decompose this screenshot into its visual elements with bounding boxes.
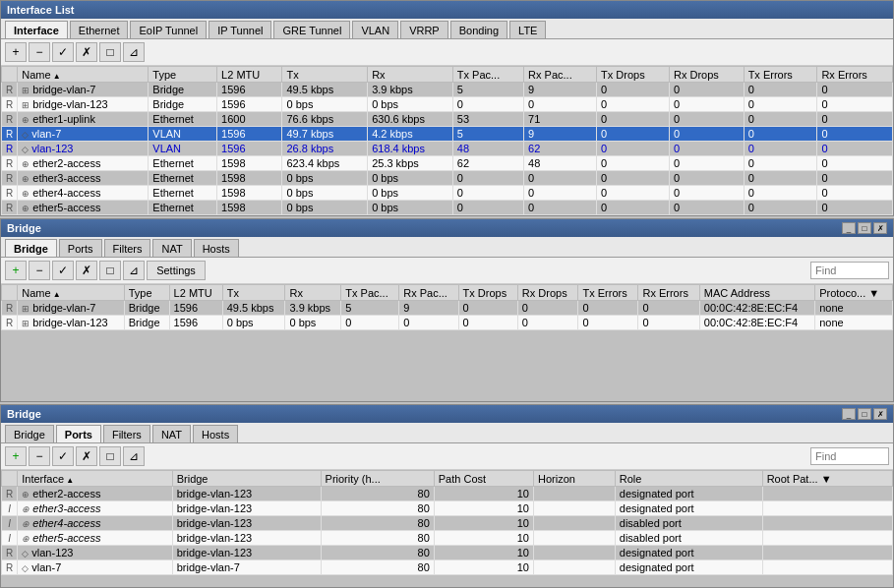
b1-col-rxdrops[interactable]: Rx Drops [517, 285, 578, 301]
table-row[interactable]: R ⊞ bridge-vlan-7 Bridge 1596 49.5 kbps … [2, 83, 893, 97]
table-row[interactable]: R ◇ vlan-123 bridge-vlan-123 80 10 desig… [2, 546, 893, 560]
bridge2-find-input[interactable] [810, 447, 889, 465]
bridge2-tab-filters[interactable]: Filters [103, 425, 150, 442]
row-rxpac: 71 [524, 112, 597, 127]
table-row[interactable]: I ⊕ ether5-access bridge-vlan-123 80 10 … [2, 531, 893, 546]
table-row[interactable]: R ⊞ bridge-vlan-123 Bridge 1596 0 bps 0 … [2, 316, 893, 330]
table-row[interactable]: R ⊞ bridge-vlan-123 Bridge 1596 0 bps 0 … [2, 97, 893, 112]
col-tx[interactable]: Tx [282, 67, 368, 83]
row-bridge: bridge-vlan-123 [172, 501, 321, 516]
table-row[interactable]: R ⊕ ether1-uplink Ethernet 1600 76.6 kbp… [2, 112, 893, 127]
b2-col-rootpat[interactable]: Root Pat... ▼ [762, 471, 892, 487]
col-type[interactable]: Type [149, 67, 217, 83]
table-row[interactable]: R ⊕ ether2-access Ethernet 1598 623.4 kb… [2, 156, 893, 171]
tab-gre-tunnel[interactable]: GRE Tunnel [273, 21, 350, 38]
disable-button[interactable]: ✗ [76, 42, 97, 62]
bridge1-tab-nat[interactable]: NAT [152, 239, 191, 257]
b1-col-mac[interactable]: MAC Address [699, 285, 814, 301]
filter-button[interactable]: ⊿ [123, 42, 145, 62]
b1-col-name[interactable]: Name [18, 285, 125, 301]
tab-ip-tunnel[interactable]: IP Tunnel [209, 21, 271, 38]
enable-button[interactable]: ✓ [52, 42, 74, 62]
bridge1-tab-ports[interactable]: Ports [59, 239, 102, 257]
b2-col-pathcost[interactable]: Path Cost [434, 471, 533, 487]
col-rxdrops[interactable]: Rx Drops [669, 67, 744, 83]
tab-interface[interactable]: Interface [5, 21, 68, 38]
row-interface: ⊕ ether5-access [18, 531, 172, 546]
bridge2-tab-hosts[interactable]: Hosts [193, 425, 238, 442]
bridge2-filter-button[interactable]: ⊿ [123, 446, 145, 466]
b1-col-rx[interactable]: Rx [285, 285, 341, 301]
bridge1-find-input[interactable] [810, 262, 889, 279]
col-name[interactable]: Name [18, 67, 149, 83]
bridge2-enable-button[interactable]: ✓ [52, 446, 74, 466]
row-txerr: 0 [744, 142, 817, 156]
bridge1-maximize-button[interactable]: □ [858, 222, 871, 234]
b2-col-bridge[interactable]: Bridge [172, 471, 321, 487]
b2-col-horizon[interactable]: Horizon [533, 471, 615, 487]
add-button[interactable]: + [5, 42, 27, 62]
tab-ethernet[interactable]: Ethernet [70, 21, 129, 38]
table-row[interactable]: R ⊕ ether5-access Ethernet 1598 0 bps 0 … [2, 201, 893, 215]
b2-col-interface[interactable]: Interface [18, 471, 172, 487]
col-rxerrors[interactable]: Rx Errors [817, 67, 893, 83]
col-rxpac[interactable]: Rx Pac... [524, 67, 597, 83]
table-row[interactable]: R ◇ vlan-7 bridge-vlan-7 80 10 designate… [2, 560, 893, 575]
bridge1-tab-bridge[interactable]: Bridge [5, 239, 57, 257]
b1-col-txerr[interactable]: Tx Errors [578, 285, 638, 301]
bridge1-enable-button[interactable]: ✓ [52, 261, 74, 280]
remove-button[interactable]: − [29, 42, 50, 62]
b1-col-type[interactable]: Type [124, 285, 169, 301]
bridge2-maximize-button[interactable]: □ [858, 408, 871, 420]
bridge2-tab-nat[interactable]: NAT [152, 425, 191, 442]
table-row[interactable]: R ⊕ ether3-access Ethernet 1598 0 bps 0 … [2, 171, 893, 186]
table-row[interactable]: R ⊕ ether2-access bridge-vlan-123 80 10 … [2, 487, 893, 501]
table-row[interactable]: R ◇ vlan-7 VLAN 1596 49.7 kbps 4.2 kbps … [2, 127, 893, 142]
table-row[interactable]: R ⊞ bridge-vlan-7 Bridge 1596 49.5 kbps … [2, 301, 893, 316]
bridge1-remove-button[interactable]: − [29, 261, 50, 280]
bridge2-close-button[interactable]: ✗ [873, 408, 887, 420]
b1-col-tx[interactable]: Tx [222, 285, 285, 301]
row-name: ⊞ bridge-vlan-123 [18, 316, 125, 330]
table-row[interactable]: R ⊕ ether4-access Ethernet 1598 0 bps 0 … [2, 186, 893, 201]
col-txpac[interactable]: Tx Pac... [452, 67, 523, 83]
b1-col-rxpac[interactable]: Rx Pac... [399, 285, 458, 301]
col-txerrors[interactable]: Tx Errors [744, 67, 817, 83]
table-row[interactable]: I ⊕ ether3-access bridge-vlan-123 80 10 … [2, 501, 893, 516]
bridge1-minimize-button[interactable]: _ [842, 222, 856, 234]
b1-col-rxerr[interactable]: Rx Errors [638, 285, 699, 301]
col-txdrops[interactable]: Tx Drops [597, 67, 670, 83]
row-rxerr: 0 [817, 142, 893, 156]
tab-lte[interactable]: LTE [509, 21, 546, 38]
bridge1-tab-hosts[interactable]: Hosts [194, 239, 239, 257]
bridge2-tab-bridge[interactable]: Bridge [5, 425, 54, 442]
bridge1-filter-button[interactable]: ⊿ [123, 261, 145, 280]
bridge2-minimize-button[interactable]: _ [842, 408, 856, 420]
b1-col-txpac[interactable]: Tx Pac... [341, 285, 399, 301]
bridge2-disable-button[interactable]: ✗ [76, 446, 97, 466]
b1-col-proto[interactable]: Protoco... ▼ [815, 285, 893, 301]
b2-col-priority[interactable]: Priority (h... [321, 471, 434, 487]
tab-vrrp[interactable]: VRRP [400, 21, 448, 38]
bridge2-tab-ports[interactable]: Ports [56, 425, 101, 442]
bridge1-copy-button[interactable]: □ [99, 261, 121, 280]
tab-eoip-tunnel[interactable]: EoIP Tunnel [130, 21, 207, 38]
col-l2mtu[interactable]: L2 MTU [217, 67, 282, 83]
bridge1-settings-button[interactable]: Settings [147, 261, 206, 280]
bridge2-copy-button[interactable]: □ [99, 446, 121, 466]
copy-button[interactable]: □ [99, 42, 121, 62]
col-rx[interactable]: Rx [368, 67, 453, 83]
b1-col-txdrops[interactable]: Tx Drops [458, 285, 517, 301]
b1-col-l2mtu[interactable]: L2 MTU [169, 285, 222, 301]
bridge1-close-button[interactable]: ✗ [873, 222, 887, 234]
bridge1-disable-button[interactable]: ✗ [76, 261, 97, 280]
bridge2-add-button[interactable]: + [5, 446, 27, 466]
bridge1-add-button[interactable]: + [5, 261, 27, 280]
table-row[interactable]: I ⊕ ether4-access bridge-vlan-123 80 10 … [2, 516, 893, 531]
bridge1-tab-filters[interactable]: Filters [104, 239, 151, 257]
b2-col-role[interactable]: Role [615, 471, 762, 487]
tab-bonding[interactable]: Bonding [450, 21, 507, 38]
table-row[interactable]: R ◇ vlan-123 VLAN 1596 26.8 kbps 618.4 k… [2, 142, 893, 156]
tab-vlan[interactable]: VLAN [352, 21, 398, 38]
bridge2-remove-button[interactable]: − [29, 446, 50, 466]
